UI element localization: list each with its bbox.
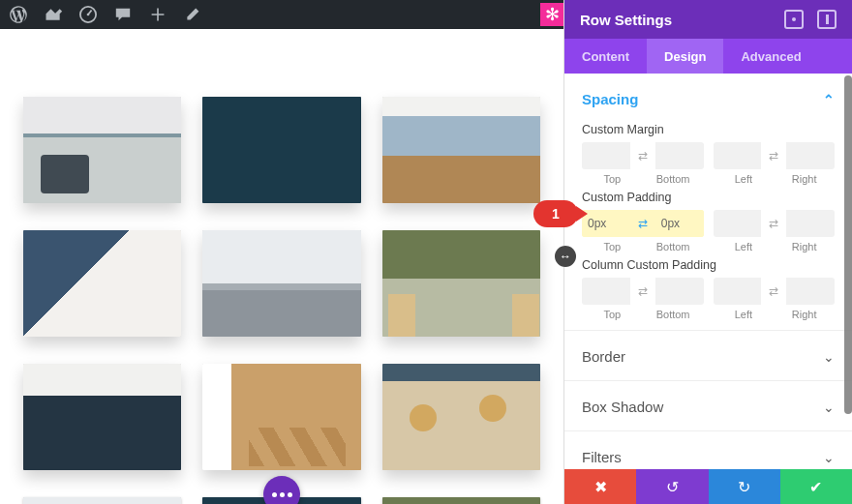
section-border-header[interactable]: Border ⌄ bbox=[582, 342, 835, 374]
redo-button[interactable]: ↻ bbox=[709, 469, 780, 504]
margin-right-input[interactable] bbox=[786, 142, 835, 169]
padding-right-input[interactable] bbox=[786, 210, 835, 237]
custom-margin-label: Custom Margin bbox=[582, 123, 835, 136]
chevron-down-icon: ⌄ bbox=[823, 400, 835, 415]
link-icon[interactable]: ⇄ bbox=[761, 278, 786, 305]
padding-top-input[interactable]: 0px bbox=[582, 210, 630, 237]
gallery-thumb[interactable] bbox=[382, 364, 540, 470]
annotation-number: 1 bbox=[552, 206, 560, 222]
section-box-shadow: Box Shadow ⌄ bbox=[564, 381, 852, 431]
scrollbar[interactable] bbox=[844, 75, 852, 414]
col-padding-left-input[interactable] bbox=[714, 278, 762, 305]
section-border: Border ⌄ bbox=[564, 331, 852, 381]
gallery-thumb[interactable] bbox=[202, 230, 360, 337]
section-filters-header[interactable]: Filters ⌄ bbox=[582, 443, 835, 469]
link-icon[interactable]: ⇄ bbox=[761, 142, 786, 169]
padding-bottom-input[interactable]: 0px bbox=[655, 210, 704, 237]
column-custom-padding-label: Column Custom Padding bbox=[582, 258, 835, 272]
margin-bottom-input[interactable] bbox=[655, 142, 704, 169]
link-icon[interactable]: ⇄ bbox=[761, 210, 786, 237]
chevron-down-icon: ⌄ bbox=[823, 349, 835, 365]
custom-padding-label: Custom Padding bbox=[582, 191, 835, 204]
wp-logo-icon[interactable] bbox=[8, 4, 29, 25]
gallery-thumb[interactable] bbox=[23, 230, 181, 337]
col-padding-bottom-input[interactable] bbox=[655, 278, 704, 305]
tab-content[interactable]: Content bbox=[564, 39, 647, 74]
gallery-thumb[interactable] bbox=[23, 497, 181, 504]
section-spacing-header[interactable]: Spacing ⌃ bbox=[582, 85, 835, 117]
gallery-thumb[interactable] bbox=[202, 364, 360, 470]
comment-icon[interactable] bbox=[112, 4, 134, 25]
chevron-down-icon: ⌄ bbox=[823, 450, 835, 465]
snap-view-icon[interactable] bbox=[784, 10, 804, 29]
section-box-shadow-header[interactable]: Box Shadow ⌄ bbox=[582, 393, 835, 425]
page-canvas bbox=[0, 29, 563, 504]
padding-left-input[interactable] bbox=[714, 210, 762, 237]
svg-point-1 bbox=[87, 14, 90, 16]
panel-header: Row Settings bbox=[564, 0, 852, 39]
link-icon[interactable]: ⇄ bbox=[630, 210, 655, 237]
col-padding-top-input[interactable] bbox=[582, 278, 630, 305]
image-gallery-grid bbox=[0, 29, 563, 504]
annotation-pointer: 1 bbox=[533, 200, 578, 227]
panel-tabs: Content Design Advanced bbox=[564, 39, 852, 74]
gallery-thumb[interactable] bbox=[382, 230, 540, 337]
section-spacing: Spacing ⌃ Custom Margin ⇄ TopBottom ⇄ bbox=[564, 74, 852, 331]
tab-design[interactable]: Design bbox=[647, 39, 723, 74]
panel-resize-handle[interactable]: ↔ bbox=[555, 246, 576, 267]
gallery-thumb[interactable] bbox=[382, 97, 540, 203]
col-padding-right-input[interactable] bbox=[786, 278, 835, 305]
cancel-button[interactable]: ✖ bbox=[564, 469, 636, 504]
settings-panel: Row Settings Content Design Advanced Spa… bbox=[563, 0, 852, 504]
chevron-up-icon: ⌃ bbox=[823, 92, 835, 107]
undo-button[interactable]: ↺ bbox=[636, 469, 708, 504]
link-icon[interactable]: ⇄ bbox=[630, 278, 655, 305]
panel-footer: ✖ ↺ ↻ ✔ bbox=[564, 469, 852, 504]
link-icon[interactable]: ⇄ bbox=[630, 142, 655, 169]
gallery-thumb[interactable] bbox=[202, 97, 360, 203]
edit-icon[interactable] bbox=[182, 4, 203, 25]
tab-advanced[interactable]: Advanced bbox=[723, 39, 818, 74]
gallery-thumb[interactable] bbox=[382, 497, 540, 504]
panel-scroll-area: Spacing ⌃ Custom Margin ⇄ TopBottom ⇄ bbox=[564, 74, 852, 469]
panel-title: Row Settings bbox=[580, 12, 672, 28]
gallery-thumb[interactable] bbox=[23, 364, 181, 470]
divi-star-icon[interactable]: ✻ bbox=[540, 3, 563, 26]
expand-view-icon[interactable] bbox=[817, 10, 837, 29]
margin-top-input[interactable] bbox=[582, 142, 630, 169]
dashboard-icon[interactable] bbox=[77, 4, 99, 25]
plus-icon[interactable] bbox=[147, 4, 168, 25]
margin-left-input[interactable] bbox=[714, 142, 762, 169]
section-filters: Filters ⌄ bbox=[564, 431, 852, 469]
gallery-thumb[interactable] bbox=[23, 97, 181, 203]
save-button[interactable]: ✔ bbox=[780, 469, 852, 504]
home-icon[interactable] bbox=[43, 4, 64, 25]
